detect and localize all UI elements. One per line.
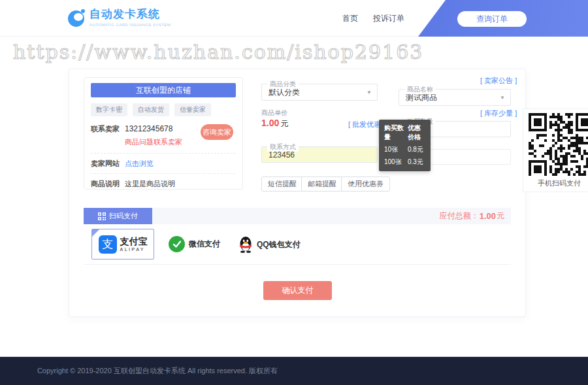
alipay-sublabel: ALIPAY <box>120 247 148 252</box>
nav-item-complaint-order[interactable]: 投诉订单 <box>373 0 404 37</box>
store-tag: 自动发货 <box>133 103 169 116</box>
logo-title: 自动发卡系统 <box>90 7 171 22</box>
qr-code <box>529 113 588 176</box>
unit-price-label: 商品单价 <box>261 109 287 118</box>
browse-link[interactable]: 点击浏览 <box>125 159 154 167</box>
tooltip-qty: 100张 <box>384 158 408 167</box>
qq-wallet-icon <box>238 236 253 253</box>
tooltip-price: 0.8元 <box>408 145 425 154</box>
seller-phone: 13212345678 <box>125 124 172 133</box>
tab-scan-pay[interactable]: 扫码支付 <box>84 208 152 224</box>
payment-methods: 支 支付宝 ALIPAY 微信支付 QQ钱包支付 <box>84 224 511 265</box>
use-coupon-button[interactable]: 使用优惠券 <box>341 176 390 192</box>
confirm-pay-button[interactable]: 确认支付 <box>263 281 332 300</box>
tab-scan-pay-label: 扫码支付 <box>109 211 138 221</box>
wechat-pay-label: 微信支付 <box>189 239 220 250</box>
selected-corner-badge <box>92 229 99 237</box>
store-panel: 互联创盟的店铺 数字卡密 自动发货 信誉卖家 联系卖家13212345678 商… <box>84 77 243 190</box>
consult-seller-button[interactable]: 咨询卖家 <box>201 124 233 140</box>
wechat-pay-icon <box>169 236 185 252</box>
store-tag: 数字卡密 <box>91 103 127 116</box>
product-name-label: 商品名称 <box>404 85 436 94</box>
footer: Copyright © 2019-2020 互联创盟自动发卡系统 All rig… <box>0 356 588 385</box>
payment-method-qq[interactable]: QQ钱包支付 <box>238 236 301 253</box>
store-tags: 数字卡密 自动发货 信誉卖家 <box>91 103 236 116</box>
page: 自动发卡系统 AUTOMATIC CARD ISSUANCE SYSTEM 首页… <box>0 0 588 385</box>
alipay-icon: 支 <box>99 235 117 254</box>
logo[interactable]: 自动发卡系统 AUTOMATIC CARD ISSUANCE SYSTEM <box>68 7 171 27</box>
qr-icon <box>98 212 106 220</box>
payment-method-alipay[interactable]: 支 支付宝 ALIPAY <box>91 229 154 259</box>
unit-price-value: 1.00元 <box>261 118 288 129</box>
contact-method-field[interactable]: 联系方式 <box>261 146 378 163</box>
logo-icon <box>68 9 86 27</box>
total-payable: 应付总额：1.00元 <box>440 208 504 224</box>
mobile-qr-panel: 手机扫码支付 <box>523 109 588 192</box>
wholesale-tooltip: 购买数量 优惠价格 10张 0.8元 100张 0.3元 <box>379 120 431 171</box>
category-label: 商品分类 <box>267 80 299 89</box>
chevron-down-icon: ▼ <box>500 95 505 101</box>
email-reminder-button[interactable]: 邮箱提醒 <box>301 176 343 192</box>
tooltip-price: 0.3元 <box>408 158 425 167</box>
sms-reminder-button[interactable]: 短信提醒 <box>261 176 303 192</box>
payment-tabbar: 扫码支付 应付总额：1.00元 <box>84 208 511 224</box>
category-select[interactable]: 商品分类 默认分类 ▼ <box>261 84 378 101</box>
seller-website-label: 卖家网站 <box>91 159 120 167</box>
chevron-down-icon: ▼ <box>367 90 372 95</box>
seller-notice-link[interactable]: [ 卖家公告 ] <box>480 76 517 86</box>
tooltip-qty: 10张 <box>384 145 408 154</box>
contact-seller-label: 联系卖家 <box>91 125 120 133</box>
qr-panel-label: 手机扫码支付 <box>523 178 588 188</box>
contact-method-label: 联系方式 <box>267 142 299 152</box>
store-title: 互联创盟的店铺 <box>91 83 236 97</box>
tooltip-price-header: 优惠价格 <box>408 124 425 142</box>
store-tag: 信誉卖家 <box>174 103 211 116</box>
contact-seller-row: 联系卖家13212345678 商品问题联系卖家 咨询卖家 <box>91 119 236 153</box>
query-order-button[interactable]: 查询订单 <box>457 11 527 27</box>
low-stock-link[interactable]: [ 库存少量 ] <box>480 109 517 118</box>
product-select[interactable]: 商品名称 测试商品 ▼ <box>399 89 511 106</box>
logo-subtitle: AUTOMATIC CARD ISSUANCE SYSTEM <box>90 23 171 27</box>
header: 自动发卡系统 AUTOMATIC CARD ISSUANCE SYSTEM 首页… <box>0 0 588 37</box>
copyright-text: Copyright © 2019-2020 互联创盟自动发卡系统 All rig… <box>0 366 315 376</box>
tooltip-qty-header: 购买数量 <box>384 124 408 142</box>
alipay-label: 支付宝 <box>120 237 148 246</box>
payment-method-wechat[interactable]: 微信支付 <box>169 236 220 252</box>
product-desc-value: 这里是商品说明 <box>125 180 175 188</box>
qq-wallet-label: QQ钱包支付 <box>257 239 301 250</box>
product-desc-row: 商品说明这里是商品说明 <box>91 173 236 193</box>
seller-website-row: 卖家网站点击浏览 <box>91 153 236 173</box>
watermark-url: https://www.huzhan.com/ishop29163 <box>13 41 423 63</box>
product-desc-label: 商品说明 <box>91 180 120 188</box>
nav-item-home[interactable]: 首页 <box>342 0 358 37</box>
